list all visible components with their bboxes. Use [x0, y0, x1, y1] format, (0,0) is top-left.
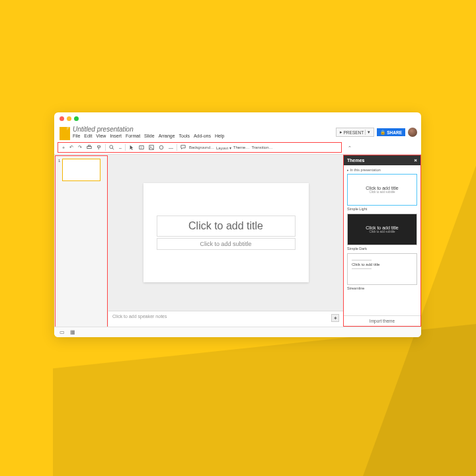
print-button[interactable]	[85, 144, 93, 151]
mac-titlebar	[54, 112, 421, 124]
zoom-out-button[interactable]: –	[118, 145, 123, 151]
image-tool[interactable]	[147, 144, 155, 151]
grid-view-icon[interactable]: ▦	[70, 329, 75, 335]
svg-rect-1	[88, 145, 90, 147]
thumbnail-1[interactable]: 1	[58, 159, 104, 181]
svg-point-7	[150, 146, 151, 147]
filmstrip-view-icon[interactable]: ▭	[60, 329, 65, 335]
transition-button[interactable]: Transition…	[251, 145, 272, 149]
document-title[interactable]: Untitled presentation	[73, 126, 336, 133]
slides-logo-icon	[60, 127, 70, 140]
theme-card-streamline[interactable]: Click to add title	[347, 253, 417, 285]
themes-panel: Themes × In this presentation Click to a…	[343, 155, 421, 327]
menu-file[interactable]: File	[73, 134, 80, 138]
theme-card-title: Click to add title	[366, 225, 398, 230]
menu-arrange[interactable]: Arrange	[159, 134, 175, 138]
svg-rect-0	[87, 146, 91, 148]
background-button[interactable]: Background…	[189, 145, 214, 149]
theme-name-light: Simple Light	[347, 207, 417, 211]
present-button[interactable]: ▸ PRESENT ▾	[336, 128, 375, 137]
themes-header: Themes ×	[344, 155, 420, 165]
shape-tool[interactable]	[157, 144, 165, 151]
menu-tools[interactable]: Tools	[179, 134, 190, 138]
thumbnail-index: 1	[58, 159, 60, 181]
menu-view[interactable]: View	[96, 134, 106, 138]
menu-addons[interactable]: Add-ons	[194, 134, 211, 138]
undo-button[interactable]: ↶	[68, 144, 75, 151]
window-zoom-dot[interactable]	[74, 116, 79, 121]
theme-button[interactable]: Theme…	[233, 145, 250, 149]
share-button[interactable]: 🔒 SHARE	[377, 128, 405, 136]
menu-help[interactable]: Help	[215, 134, 224, 138]
speaker-notes[interactable]: Click to add speaker notes ✦	[108, 311, 343, 327]
workspace: 1 Click to add title Click to add subtit…	[54, 154, 421, 327]
comment-button[interactable]	[179, 144, 187, 151]
theme-card-subtitle: Click to add subtitle	[369, 190, 395, 194]
paint-format-button[interactable]	[95, 144, 103, 151]
slide-subtitle-placeholder[interactable]: Click to add subtitle	[157, 238, 296, 250]
speaker-notes-placeholder: Click to add speaker notes	[112, 314, 167, 319]
present-label: PRESENT	[344, 130, 364, 135]
menubar: File Edit View Insert Format Slide Arran…	[73, 134, 336, 138]
present-dropdown-icon[interactable]: ▾	[365, 130, 370, 135]
layout-button[interactable]: Layout ▾	[216, 145, 231, 150]
themes-section-label: In this presentation	[347, 168, 417, 172]
app-header: Untitled presentation File Edit View Ins…	[54, 124, 421, 140]
textbox-tool[interactable]: T	[138, 144, 145, 151]
present-icon: ▸	[340, 130, 342, 135]
line-tool[interactable]: —	[167, 145, 175, 151]
account-avatar[interactable]	[408, 128, 417, 137]
collapse-toolbar-icon[interactable]: ⌃	[348, 145, 352, 151]
explore-button[interactable]: ✦	[331, 314, 339, 322]
canvas-area: Click to add title Click to add subtitle…	[108, 155, 343, 327]
theme-name-dark: Simple Dark	[347, 247, 417, 251]
theme-card-current[interactable]: Click to add title Click to add subtitle	[347, 174, 417, 206]
theme-card-title: Click to add title	[366, 186, 398, 190]
slide-thumbnails-panel: 1	[55, 155, 108, 327]
window-close-dot[interactable]	[60, 116, 64, 121]
theme-name-streamline: Streamline	[347, 286, 417, 290]
theme-card-subtitle: Click to add subtitle	[369, 230, 395, 233]
lock-icon: 🔒	[380, 130, 385, 135]
zoom-button[interactable]	[108, 144, 116, 151]
theme-card-title: Click to add title	[352, 262, 379, 266]
themes-title: Themes	[347, 158, 364, 163]
new-slide-button[interactable]: +	[61, 145, 66, 151]
menu-format[interactable]: Format	[126, 134, 140, 138]
svg-text:T: T	[140, 146, 142, 149]
app-window: Untitled presentation File Edit View Ins…	[54, 112, 421, 337]
slide[interactable]: Click to add title Click to add subtitle	[143, 183, 309, 282]
select-tool[interactable]	[128, 144, 136, 151]
thumbnail-preview	[62, 159, 100, 181]
share-label: SHARE	[387, 130, 402, 135]
svg-line-3	[112, 148, 114, 149]
toolbar: + ↶ ↷ – T — Background… Layout ▾ Theme… …	[58, 142, 342, 153]
menu-insert[interactable]: Insert	[110, 134, 122, 138]
import-theme-button[interactable]: Import theme	[344, 315, 420, 326]
slide-title-placeholder[interactable]: Click to add title	[157, 216, 296, 237]
bottom-bar: ▭ ▦	[54, 327, 421, 337]
svg-point-8	[159, 145, 163, 149]
redo-button[interactable]: ↷	[77, 144, 83, 151]
window-minimize-dot[interactable]	[67, 116, 71, 121]
close-icon[interactable]: ×	[414, 157, 417, 163]
menu-edit[interactable]: Edit	[84, 134, 92, 138]
menu-slide[interactable]: Slide	[144, 134, 155, 138]
theme-card-dark[interactable]: Click to add title Click to add subtitle	[347, 214, 417, 245]
